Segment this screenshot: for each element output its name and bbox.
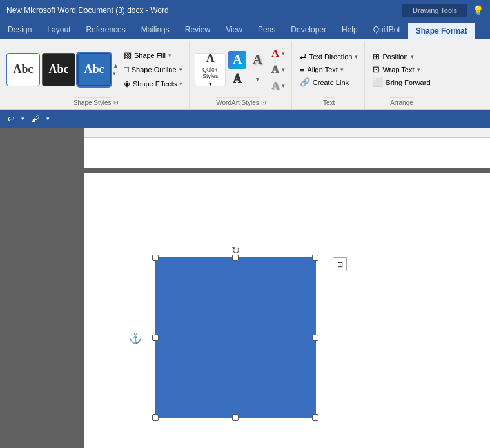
- position-dropdown-icon[interactable]: ▾: [411, 54, 414, 60]
- create-link-button[interactable]: 🔗 Create Link: [297, 77, 361, 88]
- handle-middle-left[interactable]: [152, 335, 159, 341]
- undo-dropdown-icon[interactable]: ▾: [19, 114, 26, 123]
- wordart-swatch-gradient[interactable]: A: [228, 51, 246, 69]
- handle-bottom-left[interactable]: [152, 414, 159, 421]
- handle-top-middle[interactable]: [232, 255, 239, 261]
- shape-styles-content: Abc Abc Abc ▲ ▾ ▧ Shape Fill ▾ □: [6, 43, 185, 96]
- swatch-black[interactable]: Abc: [42, 53, 75, 86]
- undo-button[interactable]: ↩: [5, 112, 17, 125]
- text-outline-dropdown-icon[interactable]: ▾: [282, 66, 285, 73]
- paint-button[interactable]: 🖌: [29, 112, 42, 125]
- text-options: ⇄ Text Direction ▾ ≡ Align Text ▾ 🔗 Crea…: [297, 51, 361, 88]
- tab-shape-format[interactable]: Shape Format: [408, 21, 475, 39]
- handle-top-left[interactable]: [152, 255, 159, 261]
- tab-quillbot[interactable]: QuillBot: [366, 21, 408, 39]
- wordart-styles-content: A QuickStyles ▾ A A A ▾ A: [195, 43, 288, 96]
- quick-styles-label: QuickStyles: [202, 66, 219, 79]
- tab-design[interactable]: Design: [0, 21, 39, 39]
- shape-effects-button[interactable]: ◈ Shape Effects ▾: [121, 77, 185, 90]
- title-bar: New Microsoft Word Document (3).docx - W…: [0, 0, 490, 21]
- shape-effects-label: Shape Effects: [133, 80, 177, 88]
- quick-styles-icon: A: [206, 52, 215, 65]
- text-group-label: Text: [323, 97, 335, 108]
- create-link-label: Create Link: [313, 79, 349, 86]
- tab-developer[interactable]: Developer: [283, 21, 334, 39]
- group-text: ⇄ Text Direction ▾ ≡ Align Text ▾ 🔗 Crea…: [293, 41, 366, 109]
- align-text-button[interactable]: ≡ Align Text ▾: [297, 64, 361, 75]
- ribbon-content: Abc Abc Abc ▲ ▾ ▧ Shape Fill ▾ □: [0, 39, 490, 109]
- handle-bottom-middle[interactable]: [232, 414, 239, 421]
- shape-outline-button[interactable]: □ Shape Outline ▾: [121, 63, 185, 75]
- position-button[interactable]: ⊞ Position ▾: [370, 51, 433, 62]
- wrap-text-dropdown-icon[interactable]: ▾: [417, 66, 420, 73]
- shape-effects-dropdown-icon[interactable]: ▾: [179, 81, 182, 87]
- shape-fill-label: Shape Fill: [134, 52, 166, 59]
- wordart-swatch-shadow[interactable]: A: [248, 51, 266, 69]
- quick-styles-button[interactable]: A QuickStyles ▾: [195, 53, 226, 86]
- shape-styles-expand-icon[interactable]: ⊡: [113, 99, 119, 106]
- arrange-group-label: Arrange: [390, 97, 413, 108]
- text-outline-button[interactable]: A ▾: [269, 63, 288, 77]
- text-direction-button[interactable]: ⇄ Text Direction ▾: [297, 51, 361, 62]
- wordart-swatch-outlined[interactable]: A: [228, 70, 246, 88]
- align-text-icon: ≡: [300, 64, 305, 74]
- document-page: ↻ ⚓ ⊡: [84, 128, 490, 448]
- create-link-icon: 🔗: [300, 77, 310, 87]
- scroll-up-icon[interactable]: ▲: [113, 63, 119, 69]
- tab-mailings[interactable]: Mailings: [133, 21, 177, 39]
- swatch-blue[interactable]: Abc: [77, 53, 111, 86]
- wordart-styles-group-label: WordArt Styles: [216, 97, 259, 108]
- tab-pens[interactable]: Pens: [250, 21, 283, 39]
- bring-forward-label: Bring Forward: [386, 79, 430, 86]
- wordart-swatch-scroll-btn[interactable]: ▾: [248, 70, 266, 88]
- scroll-more-icon[interactable]: ▾: [113, 70, 119, 77]
- page-divider: [84, 168, 490, 173]
- wordart-styles-expand-icon[interactable]: ⊡: [261, 99, 266, 106]
- shape-options: ▧ Shape Fill ▾ □ Shape Outline ▾ ◈ Shape…: [121, 49, 185, 90]
- document-title: New Microsoft Word Document (3).docx - W…: [6, 6, 169, 15]
- shape-outline-label: Shape Outline: [132, 66, 177, 73]
- shape-fill-dropdown-icon[interactable]: ▾: [168, 52, 172, 59]
- horizontal-ruler: [84, 128, 490, 138]
- arrange-group-content: ⊞ Position ▾ ⊡ Wrap Text ▾ ⬜ Bring Forwa…: [370, 43, 433, 96]
- swatch-scroll[interactable]: ▲ ▾: [113, 63, 119, 77]
- ribbon: Abc Abc Abc ▲ ▾ ▧ Shape Fill ▾ □: [0, 39, 490, 110]
- text-effects-button[interactable]: A ▾: [269, 79, 288, 93]
- shape-fill-icon: ▧: [124, 50, 132, 60]
- shape-rectangle[interactable]: [155, 257, 316, 418]
- shape-outline-dropdown-icon[interactable]: ▾: [179, 66, 182, 73]
- tab-layout[interactable]: Layout: [39, 21, 78, 39]
- shape-fill-button[interactable]: ▧ Shape Fill ▾: [121, 49, 185, 61]
- swatch-white[interactable]: Abc: [6, 53, 40, 86]
- layout-options-icon: ⊡: [337, 260, 343, 269]
- quick-access-more-icon[interactable]: ▾: [44, 114, 52, 123]
- shape-styles-group-label: Shape Styles: [74, 97, 112, 108]
- wrap-text-label: Wrap Text: [382, 66, 414, 73]
- shape-outline-icon: □: [124, 64, 129, 74]
- text-fill-button[interactable]: A ▾: [269, 46, 288, 61]
- tab-review[interactable]: Review: [177, 21, 218, 39]
- quick-access-toolbar: ↩ ▾ 🖌 ▾: [0, 110, 490, 128]
- wrap-text-button[interactable]: ⊡ Wrap Text ▾: [370, 64, 433, 75]
- shape-effects-icon: ◈: [124, 79, 130, 88]
- tab-help[interactable]: Help: [334, 21, 366, 39]
- handle-middle-right[interactable]: [312, 335, 318, 341]
- text-direction-dropdown-icon[interactable]: ▾: [355, 54, 358, 60]
- bring-forward-button[interactable]: ⬜ Bring Forward: [370, 77, 433, 88]
- tab-view[interactable]: View: [218, 21, 250, 39]
- handle-bottom-right[interactable]: [312, 414, 318, 421]
- document-area: ↻ ⚓ ⊡: [0, 128, 490, 448]
- align-text-dropdown-icon[interactable]: ▾: [340, 66, 344, 73]
- text-fill-dropdown-icon[interactable]: ▾: [282, 50, 285, 57]
- tab-references[interactable]: References: [78, 21, 133, 39]
- group-arrange: ⊞ Position ▾ ⊡ Wrap Text ▾ ⬜ Bring Forwa…: [366, 41, 436, 109]
- left-sidebar: [0, 128, 84, 448]
- wordart-swatches: A A A ▾: [228, 51, 266, 88]
- text-effects-dropdown-icon[interactable]: ▾: [282, 83, 285, 89]
- layout-options-button[interactable]: ⊡: [333, 257, 347, 271]
- handle-top-right[interactable]: [312, 255, 318, 261]
- lightbulb-icon[interactable]: 💡: [473, 5, 484, 15]
- quick-styles-dropdown-icon[interactable]: ▾: [209, 81, 212, 87]
- selected-shape-container[interactable]: ↻ ⚓ ⊡: [142, 244, 329, 431]
- text-fill-icon: A: [271, 48, 279, 59]
